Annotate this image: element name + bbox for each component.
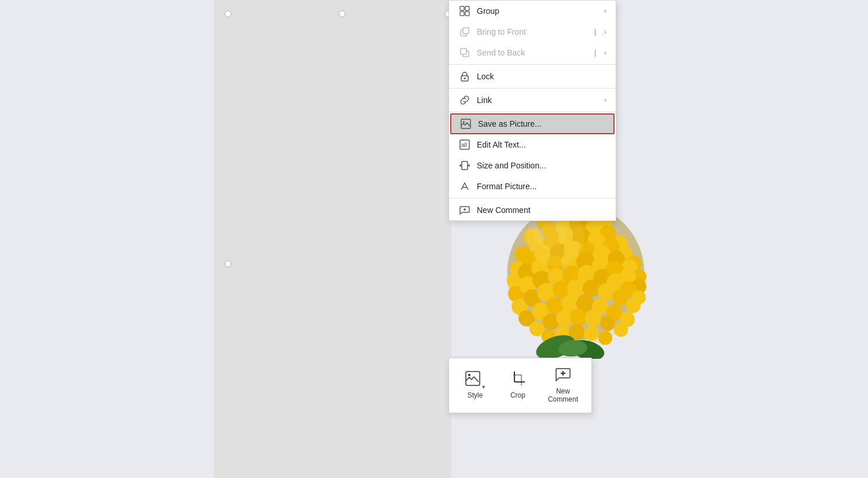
toolbar-style-button[interactable]: ▾ Style xyxy=(458,368,492,402)
context-menu: Group › Bring to Front | › Send to Back … xyxy=(448,0,616,221)
svg-point-110 xyxy=(468,374,470,376)
divider-4 xyxy=(449,198,616,198)
divider-2 xyxy=(449,88,616,89)
send-back-shortcut: | xyxy=(594,49,596,57)
menu-item-group[interactable]: Group › xyxy=(449,1,616,21)
toolbar-new-comment-button[interactable]: NewComment xyxy=(543,364,583,406)
menu-label-bring-front: Bring to Front xyxy=(477,27,594,36)
new-comment-tb-label: NewComment xyxy=(548,387,578,403)
bring-front-arrow: › xyxy=(604,28,606,36)
format-picture-icon xyxy=(458,180,471,193)
bring-front-icon xyxy=(458,25,471,38)
alt-text-icon: alt xyxy=(458,138,471,151)
menu-label-edit-alt: Edit Alt Text... xyxy=(477,140,606,149)
group-icon xyxy=(458,5,471,17)
handle-top-left[interactable] xyxy=(225,10,231,17)
svg-rect-90 xyxy=(465,12,469,16)
svg-rect-87 xyxy=(460,6,464,10)
menu-label-format-picture: Format Picture... xyxy=(477,182,606,191)
save-picture-icon xyxy=(459,117,472,130)
toolbar-crop-button[interactable]: Crop xyxy=(501,368,535,402)
svg-rect-88 xyxy=(465,6,469,10)
menu-label-lock: Lock xyxy=(477,72,606,81)
svg-point-76 xyxy=(614,323,628,337)
menu-item-format-picture[interactable]: Format Picture... xyxy=(449,176,616,197)
lock-icon xyxy=(458,70,471,83)
crop-icon xyxy=(510,370,526,389)
menu-label-new-comment: New Comment xyxy=(477,205,606,215)
handle-top-center[interactable] xyxy=(339,10,345,17)
svg-rect-94 xyxy=(461,49,466,54)
svg-rect-89 xyxy=(460,12,464,16)
style-icon-wrapper: ▾ xyxy=(465,370,485,391)
send-back-arrow: › xyxy=(604,49,606,57)
menu-label-link: Link xyxy=(477,95,599,105)
menu-item-size-position[interactable]: Size and Position... xyxy=(449,155,616,176)
slide-canvas xyxy=(214,0,451,478)
svg-point-80 xyxy=(584,326,599,341)
svg-rect-101 xyxy=(462,161,468,170)
style-dropdown-arrow: ▾ xyxy=(482,384,485,390)
menu-label-size-position: Size and Position... xyxy=(477,161,606,170)
style-label: Style xyxy=(468,391,483,399)
svg-point-74 xyxy=(585,310,601,326)
svg-rect-92 xyxy=(463,28,469,34)
menu-item-bring-to-front[interactable]: Bring to Front | › xyxy=(449,21,616,42)
svg-point-81 xyxy=(598,331,612,345)
menu-label-save-picture: Save as Picture... xyxy=(478,119,605,128)
menu-item-link[interactable]: Link › xyxy=(449,90,616,111)
crop-label: Crop xyxy=(510,391,525,399)
svg-point-75 xyxy=(600,315,615,330)
new-comment-tb-icon xyxy=(555,366,571,385)
svg-point-96 xyxy=(464,78,466,79)
menu-item-send-to-back[interactable]: Send to Back | › xyxy=(449,42,616,63)
group-arrow: › xyxy=(604,7,606,15)
divider-3 xyxy=(449,112,616,112)
link-icon xyxy=(458,94,471,106)
handle-middle-left[interactable] xyxy=(225,260,231,267)
bottom-toolbar: ▾ Style Crop NewComment xyxy=(448,358,592,413)
menu-item-save-as-picture[interactable]: Save as Picture... xyxy=(450,113,615,134)
menu-label-group: Group xyxy=(477,6,599,16)
link-arrow: › xyxy=(604,96,606,104)
svg-text:alt: alt xyxy=(461,142,468,148)
svg-point-73 xyxy=(570,308,587,326)
menu-item-new-comment[interactable]: New Comment xyxy=(449,200,616,220)
svg-point-61 xyxy=(626,298,641,313)
menu-item-lock[interactable]: Lock xyxy=(449,66,616,87)
send-back-icon xyxy=(458,46,471,59)
style-icon xyxy=(465,370,481,389)
svg-point-58 xyxy=(583,280,600,297)
divider-1 xyxy=(449,64,616,65)
menu-label-send-back: Send to Back xyxy=(477,48,594,57)
new-comment-icon xyxy=(458,204,471,216)
menu-item-edit-alt-text[interactable]: alt Edit Alt Text... xyxy=(449,134,616,155)
svg-point-98 xyxy=(463,121,465,123)
size-position-icon xyxy=(458,159,471,172)
bring-front-shortcut: | xyxy=(594,28,596,36)
